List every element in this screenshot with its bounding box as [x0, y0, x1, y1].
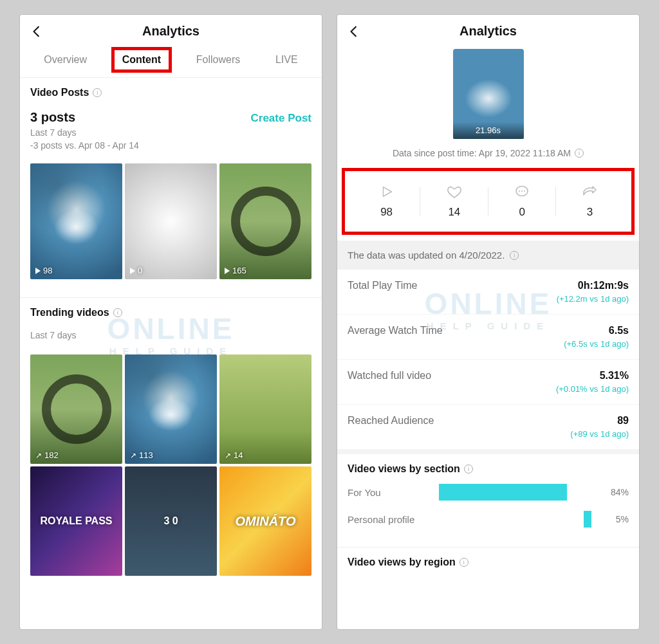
posts-count: 3 posts: [30, 110, 139, 125]
svg-point-3: [524, 190, 525, 192]
share-icon: [582, 184, 597, 199]
analytics-content-screen: ONLINEHELP GUIDE Analytics Overview Cont…: [19, 14, 322, 630]
create-post-link[interactable]: Create Post: [251, 112, 311, 125]
metric-value: 89: [570, 415, 629, 427]
trending-title: Trending videos: [30, 307, 109, 318]
metric-delta: (+12.2m vs 1d ago): [557, 294, 629, 304]
engagement-stats: 98 14 0 3: [346, 172, 630, 230]
video-posts-section: Video Posts i 3 posts Last 7 days -3 pos…: [20, 78, 322, 283]
arrow-up-icon: ↗: [130, 451, 136, 460]
post-thumb[interactable]: 0: [125, 163, 217, 279]
posts-delta: -3 posts vs. Apr 08 - Apr 14: [30, 140, 139, 151]
metric-delta: (+89 vs 1d ago): [570, 429, 629, 439]
info-icon[interactable]: i: [93, 88, 102, 97]
back-icon[interactable]: [30, 24, 44, 39]
heart-icon: [447, 184, 462, 199]
updated-text: The data was updated on 4/20/2022.: [348, 250, 505, 261]
comments-value: 0: [519, 206, 524, 219]
metric-label: Watched full video: [348, 370, 431, 394]
header: Analytics: [20, 15, 322, 45]
bar-pct: 84%: [599, 487, 629, 497]
trending-thumb[interactable]: ↗113: [125, 354, 217, 464]
post-thumb[interactable]: 165: [219, 163, 311, 279]
metric-delta: (+6.5s vs 1d ago): [564, 339, 629, 349]
play-icon: [35, 268, 41, 274]
trend-count: 182: [44, 450, 59, 460]
plays-value: 98: [380, 206, 393, 219]
play-count: 98: [43, 266, 52, 275]
views-by-region: Video views by region i: [337, 547, 639, 568]
trending-thumb[interactable]: ↗14: [219, 354, 311, 464]
stat-plays: 98: [353, 184, 420, 219]
video-duration: 21.96s: [453, 122, 524, 139]
thumb-overlay-text: 3 0: [125, 466, 217, 576]
analytics-video-detail-screen: ONLINEHELP GUIDE Analytics 21.96s Data s…: [337, 14, 640, 630]
thumb-overlay-text: OMINÁTO: [219, 466, 311, 576]
header: Analytics: [337, 15, 639, 45]
hero: 21.96s Data since post time: Apr 19, 202…: [337, 45, 639, 163]
views-section-title: Video views by section: [348, 463, 460, 475]
metric-row: Average Watch Time 6.5s(+6.5s vs 1d ago): [337, 315, 639, 360]
play-icon: [380, 184, 394, 199]
comment-icon: [514, 184, 530, 199]
posts-period: Last 7 days: [30, 127, 139, 138]
metric-value: 5.31%: [556, 370, 629, 382]
likes-value: 14: [448, 206, 460, 219]
metric-row: Watched full video 5.31%(+0.01% vs 1d ag…: [337, 360, 639, 405]
arrow-up-icon: ↗: [35, 451, 42, 460]
bar-pct: 5%: [599, 514, 629, 524]
bar-row: Personal profile 5%: [337, 506, 639, 533]
bar-label: For You: [348, 487, 431, 498]
page-title: Analytics: [44, 24, 297, 39]
post-thumb[interactable]: 98: [30, 163, 122, 279]
views-region-title: Video views by region: [348, 557, 456, 568]
info-icon[interactable]: i: [113, 308, 122, 317]
info-icon[interactable]: i: [464, 465, 473, 474]
hero-caption: Data since post time: Apr 19, 2022 11:18…: [393, 148, 571, 158]
info-icon[interactable]: i: [459, 558, 469, 567]
metric-row: Reached Audience 89(+89 vs 1d ago): [337, 405, 639, 449]
trending-thumb[interactable]: ROYALE PASS: [30, 466, 122, 576]
thumb-overlay-text: ROYALE PASS: [30, 466, 122, 576]
tab-live[interactable]: LIVE: [269, 51, 304, 68]
trending-period: Last 7 days: [30, 330, 311, 340]
back-icon[interactable]: [348, 24, 362, 39]
play-icon: [225, 268, 230, 274]
tab-overview[interactable]: Overview: [37, 51, 93, 68]
info-icon[interactable]: i: [510, 251, 519, 260]
info-icon[interactable]: i: [575, 149, 584, 158]
bar-row: For You 84%: [337, 479, 639, 506]
metric-label: Reached Audience: [348, 415, 434, 439]
arrow-up-icon: ↗: [225, 451, 231, 460]
trend-count: 14: [234, 450, 243, 460]
bar-fill: [584, 511, 591, 528]
trending-thumb[interactable]: OMINÁTO: [219, 466, 311, 576]
tab-content[interactable]: Content: [116, 51, 167, 68]
views-by-section: Video views by section i: [337, 454, 639, 479]
play-count: 165: [232, 266, 246, 275]
stat-shares: 3: [556, 184, 624, 219]
metric-delta: (+0.01% vs 1d ago): [556, 384, 629, 394]
tab-followers[interactable]: Followers: [190, 51, 246, 68]
post-thumbnails: 98 0 165: [30, 163, 311, 279]
bar-fill: [439, 484, 567, 501]
trending-thumb[interactable]: 3 0: [125, 466, 217, 576]
bar-label: Personal profile: [348, 514, 431, 525]
trending-thumb[interactable]: ↗182: [30, 354, 122, 464]
svg-point-2: [521, 190, 523, 192]
video-hero-thumb[interactable]: 21.96s: [453, 49, 524, 139]
trending-grid: ↗182 ↗113 ↗14 ROYALE PASS 3 0 OMINÁTO: [20, 344, 322, 586]
metric-value: 6.5s: [564, 325, 629, 336]
trending-section: Trending videos i Last 7 days: [20, 298, 322, 344]
video-posts-title: Video Posts: [30, 87, 89, 98]
page-title: Analytics: [362, 24, 615, 39]
metric-label: Average Watch Time: [348, 325, 443, 349]
svg-point-1: [519, 190, 520, 192]
metric-value: 0h:12m:9s: [557, 280, 629, 291]
data-updated-banner: The data was updated on 4/20/2022. i: [337, 241, 639, 270]
analytics-tabs: Overview Content Followers LIVE: [20, 45, 322, 78]
stat-comments: 0: [488, 184, 556, 219]
play-icon: [130, 268, 135, 274]
metric-label: Total Play Time: [348, 280, 417, 304]
play-count: 0: [138, 266, 142, 275]
